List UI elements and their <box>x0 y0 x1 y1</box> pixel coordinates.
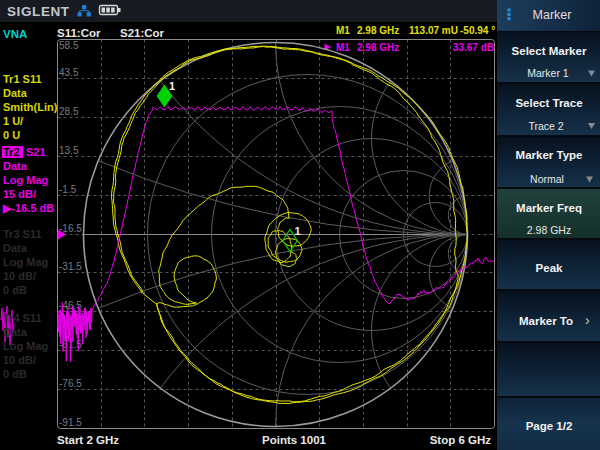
svg-text:0 dB: 0 dB <box>3 284 27 296</box>
svg-text:SIGLENT: SIGLENT <box>7 4 70 19</box>
svg-text:Trace 2: Trace 2 <box>528 120 563 132</box>
svg-text:Peak: Peak <box>536 262 563 274</box>
svg-text:Smith(Lin): Smith(Lin) <box>3 101 58 113</box>
svg-text:S21:Cor: S21:Cor <box>120 27 165 39</box>
svg-text:Normal: Normal <box>530 173 564 185</box>
svg-text:2.98 GHz: 2.98 GHz <box>527 224 571 236</box>
svg-text:13.5: 13.5 <box>59 145 79 156</box>
svg-text:15 dB/: 15 dB/ <box>3 188 36 200</box>
svg-text:Data: Data <box>3 87 28 99</box>
svg-text:113.07 mU: 113.07 mU <box>409 25 458 36</box>
svg-text:Select Trace: Select Trace <box>515 97 582 109</box>
svg-text:1 U/: 1 U/ <box>3 115 23 127</box>
svg-text:0 dB: 0 dB <box>3 368 27 380</box>
svg-text:Marker Freq: Marker Freq <box>516 202 582 214</box>
svg-text:▶-16.5 dB: ▶-16.5 dB <box>2 202 54 214</box>
svg-text:Data: Data <box>3 242 28 254</box>
svg-text:M1: M1 <box>336 25 350 36</box>
svg-text:Log Mag: Log Mag <box>3 256 48 268</box>
svg-text:Log Mag: Log Mag <box>3 174 48 186</box>
svg-text:43.5: 43.5 <box>59 67 79 78</box>
svg-text:-50.94 °: -50.94 ° <box>460 25 495 36</box>
svg-text:Data: Data <box>3 160 28 172</box>
svg-text:33.67 dB: 33.67 dB <box>453 42 494 53</box>
svg-text:Log Mag: Log Mag <box>3 340 48 352</box>
svg-text:Marker Type: Marker Type <box>516 149 583 161</box>
svg-text:M1: M1 <box>336 42 350 53</box>
svg-text:Marker 1: Marker 1 <box>527 67 569 79</box>
svg-text:-76.5: -76.5 <box>59 378 82 389</box>
svg-text:Tr4 S11: Tr4 S11 <box>3 312 42 324</box>
svg-text:10 dB/: 10 dB/ <box>3 270 36 282</box>
svg-text:-1.5: -1.5 <box>59 184 77 195</box>
svg-text:Points 1001: Points 1001 <box>262 434 327 446</box>
svg-text:Start 2 GHz: Start 2 GHz <box>57 434 119 446</box>
svg-text:VNA: VNA <box>3 28 27 40</box>
svg-text:-16.5: -16.5 <box>59 223 82 234</box>
svg-text:2.98 GHz: 2.98 GHz <box>357 25 399 36</box>
svg-text:S21: S21 <box>26 146 46 158</box>
svg-text:Tr1 S11: Tr1 S11 <box>3 73 42 85</box>
svg-text:28.5: 28.5 <box>59 106 79 117</box>
svg-text:Stop 6 GHz: Stop 6 GHz <box>430 434 492 446</box>
svg-text:-31.5: -31.5 <box>59 261 82 272</box>
svg-text:58.5: 58.5 <box>59 40 79 51</box>
svg-text:1: 1 <box>169 80 175 92</box>
svg-text:Page 1/2: Page 1/2 <box>526 420 573 432</box>
svg-text:S11:Cor: S11:Cor <box>57 27 101 39</box>
svg-text:Select Marker: Select Marker <box>512 45 587 57</box>
svg-text:-91.5: -91.5 <box>59 417 82 428</box>
svg-text:Data: Data <box>3 326 28 338</box>
svg-text:Marker: Marker <box>533 8 572 22</box>
svg-text:10 dB/: 10 dB/ <box>3 354 36 366</box>
svg-text:Tr3 S11: Tr3 S11 <box>3 228 42 240</box>
svg-text:Tr2: Tr2 <box>3 146 20 158</box>
svg-text:0 U: 0 U <box>3 129 20 141</box>
svg-text:Marker To: Marker To <box>519 315 573 327</box>
svg-text:1: 1 <box>295 225 301 237</box>
svg-text:›: › <box>585 312 590 328</box>
